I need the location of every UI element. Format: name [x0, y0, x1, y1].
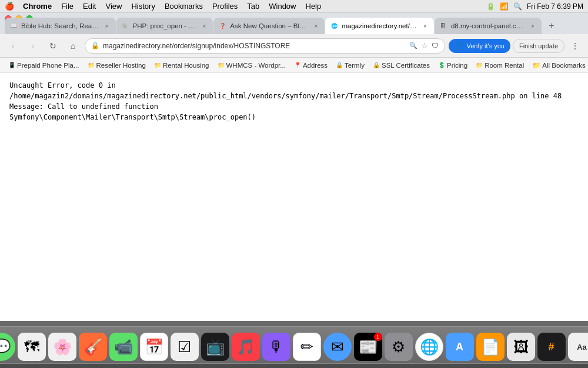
bookmark-ssl[interactable]: 🔒 SSL Certificates — [369, 59, 433, 71]
tab-3-title: Ask New Question – Blesta C... — [230, 22, 308, 29]
more-options-button[interactable]: ⋮ — [567, 38, 583, 54]
bookmark-room[interactable]: 📁 Room Rental — [472, 59, 527, 71]
menu-edit[interactable]: Edit — [79, 1, 100, 12]
shield-icon: 🛡 — [432, 42, 439, 50]
dock-calendar[interactable]: 📅 — [140, 333, 168, 361]
dock-mail-badge: 1 — [374, 333, 382, 341]
bookmark-pricing[interactable]: 💲 Pricing — [435, 59, 471, 71]
dock-preview[interactable]: 🖼 — [507, 333, 535, 361]
tab-4-close[interactable]: × — [421, 22, 429, 30]
menu-bookmarks[interactable]: Bookmarks — [161, 1, 207, 12]
address-bar[interactable]: 🔒 magazinedirectory.net/order/signup/ind… — [85, 38, 445, 54]
bookmark-reseller[interactable]: 📁 Reseller Hosting — [84, 59, 149, 71]
tab-4-title: magazinedirectory.net/order/... — [342, 22, 417, 29]
dock-syspref[interactable]: ⚙ — [385, 333, 413, 361]
dock-appstore[interactable]: A — [446, 333, 474, 361]
tab-4[interactable]: 🌐 magazinedirectory.net/order/... × — [325, 18, 433, 34]
tab-3-close[interactable]: × — [312, 22, 320, 30]
error-line-1: Uncaught Error, code 0 in /home/magazin2… — [9, 81, 562, 111]
bookmark-address-icon: 📍 — [294, 62, 301, 68]
bookmark-rental-icon: 📁 — [154, 62, 161, 68]
bookmark-termly-icon: 🔒 — [336, 62, 343, 68]
bookmarks-bar: 📱 Prepaid Phone Pla... 📁 Reseller Hostin… — [0, 58, 588, 73]
menu-window[interactable]: Window — [265, 1, 300, 12]
dock-area: 🙂 🚀 💬 🗺 🌸 🎸 📹 📅 ☑ 📺 🎵 🎙 ✏ ✉ 📰 1 ⚙ 🌐 A 📄 … — [0, 321, 588, 368]
menu-profiles[interactable]: Profiles — [208, 1, 242, 12]
tab-1-favicon: 📖 — [9, 22, 18, 30]
search-menu-icon[interactable]: 🔍 — [513, 2, 522, 11]
apple-menu[interactable]: 🍎 — [5, 2, 14, 11]
tab-2-title: PHP: proc_open - Manual — [133, 22, 197, 29]
dock-facetime[interactable]: 📹 — [109, 333, 138, 361]
bookmark-whmcs-label: WHMCS - Wordpr... — [226, 62, 286, 69]
dock-podcasts[interactable]: 🎙 — [262, 333, 290, 361]
menu-chrome[interactable]: Chrome — [19, 1, 56, 12]
bookmark-room-icon: 📁 — [476, 62, 483, 68]
battery-icon: 📶 — [500, 2, 509, 11]
verify-label: Verify it's you — [466, 42, 504, 49]
browser-toolbar: ‹ › ↻ ⌂ 🔒 magazinedirectory.net/order/si… — [0, 34, 588, 58]
menu-help[interactable]: Help — [302, 1, 326, 12]
dock-mail[interactable]: ✉ — [323, 333, 352, 361]
tab-5-close[interactable]: × — [529, 22, 537, 30]
dock-freeform[interactable]: ✏ — [293, 333, 321, 361]
wifi-icon: 🔋 — [486, 2, 495, 11]
dock: 🙂 🚀 💬 🗺 🌸 🎸 📹 📅 ☑ 📺 🎵 🎙 ✏ ✉ 📰 1 ⚙ 🌐 A 📄 … — [0, 326, 588, 364]
tab-2-favicon: 🐘 — [121, 22, 129, 30]
bookmark-whmcs[interactable]: 📁 WHMCS - Wordpr... — [214, 59, 289, 71]
verify-button[interactable]: 👤 Verify it's you — [449, 39, 510, 53]
finish-update-button[interactable]: Finish update — [513, 39, 564, 53]
menu-file[interactable]: File — [57, 1, 78, 12]
reload-button[interactable]: ↻ — [45, 38, 61, 54]
dock-calculator[interactable]: # — [537, 333, 566, 361]
tab-1-close[interactable]: × — [103, 22, 111, 30]
tab-5[interactable]: 🗄 d8.my-control-panel.com | V... × — [435, 18, 542, 34]
tab-bar: 📖 Bible Hub: Search, Read, Stu... × 🐘 PH… — [0, 13, 588, 34]
dock-chrome[interactable]: 🌐 — [415, 333, 443, 361]
dock-pages[interactable]: 📄 — [476, 333, 505, 361]
menu-history[interactable]: History — [127, 1, 159, 12]
all-bookmarks-icon: 📁 — [532, 61, 540, 69]
bookmark-termly[interactable]: 🔒 Termly — [332, 59, 368, 71]
bookmark-prepaid[interactable]: 📱 Prepaid Phone Pla... — [5, 59, 83, 71]
tab-2-close[interactable]: × — [200, 22, 208, 30]
bookmark-rental[interactable]: 📁 Rental Housing — [151, 59, 213, 71]
back-button[interactable]: ‹ — [5, 38, 21, 54]
bookmark-whmcs-icon: 📁 — [218, 62, 225, 68]
bookmark-address-label: Address — [303, 62, 328, 69]
address-lock-icon: 🔒 — [91, 42, 99, 49]
tab-1[interactable]: 📖 Bible Hub: Search, Read, Stu... × — [5, 18, 116, 34]
menu-view[interactable]: View — [101, 1, 126, 12]
datetime: Fri Feb 7 6:39 PM — [527, 2, 583, 11]
bookmark-prepaid-label: Prepaid Phone Pla... — [17, 62, 79, 69]
bookmarks-right: 📁 All Bookmarks — [529, 60, 588, 71]
bookmark-address[interactable]: 📍 Address — [290, 59, 331, 71]
dock-maps[interactable]: 🗺 — [18, 333, 46, 361]
dock-dictionary[interactable]: Aa — [568, 333, 589, 361]
dock-news[interactable]: 📰 1 — [354, 333, 382, 361]
home-button[interactable]: ⌂ — [65, 38, 81, 54]
dock-appletv[interactable]: 📺 — [201, 333, 229, 361]
error-message: Uncaught Error, code 0 in /home/magazin2… — [9, 80, 579, 122]
menu-tab[interactable]: Tab — [243, 1, 263, 12]
dock-garageband[interactable]: 🎸 — [79, 333, 107, 361]
tab-3[interactable]: ❓ Ask New Question – Blesta C... × — [213, 18, 325, 34]
tab-2[interactable]: 🐘 PHP: proc_open - Manual × — [116, 18, 213, 34]
bookmark-reseller-icon: 📁 — [88, 62, 95, 68]
star-icon[interactable]: ☆ — [421, 41, 428, 50]
bookmark-reseller-label: Reseller Hosting — [96, 62, 146, 69]
page-content: Uncaught Error, code 0 in /home/magazin2… — [0, 73, 588, 321]
tab-4-favicon: 🌐 — [330, 22, 338, 30]
dock-music[interactable]: 🎵 — [232, 333, 260, 361]
tab-3-favicon: ❓ — [218, 22, 226, 30]
address-text: magazinedirectory.net/order/signup/index… — [103, 42, 406, 50]
all-bookmarks-label: All Bookmarks — [542, 62, 586, 69]
dock-photos[interactable]: 🌸 — [48, 333, 76, 361]
search-icon: 🔍 — [409, 42, 417, 49]
dock-reminders[interactable]: ☑ — [171, 333, 199, 361]
new-tab-button[interactable]: + — [544, 18, 559, 34]
all-bookmarks-button[interactable]: 📁 All Bookmarks — [529, 60, 588, 71]
toolbar-actions: 👤 Verify it's you Finish update ⋮ — [449, 38, 583, 54]
forward-button[interactable]: › — [25, 38, 41, 54]
dock-messages[interactable]: 💬 — [0, 333, 15, 361]
